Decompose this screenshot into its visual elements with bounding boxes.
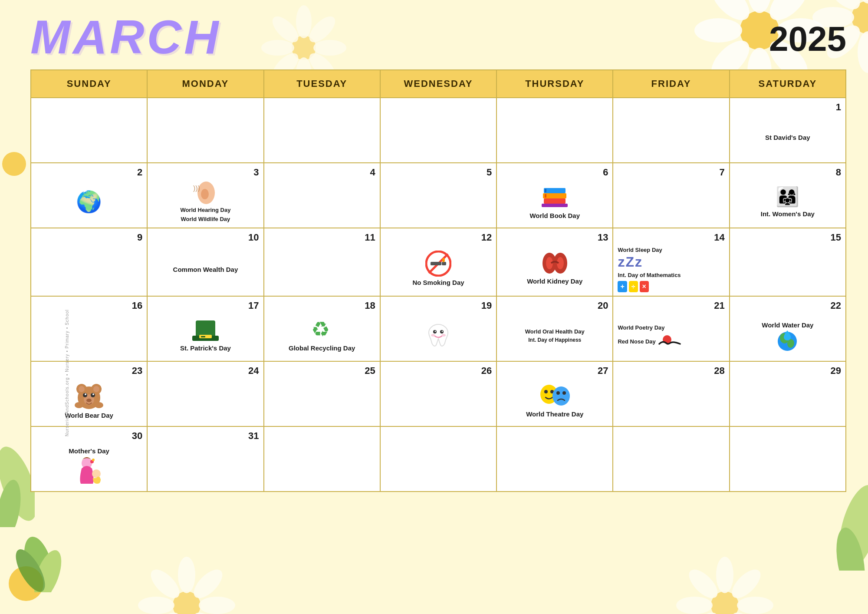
svg-point-34: [138, 597, 174, 614]
cell-mar-26: 26: [380, 361, 496, 426]
day-23-content: World Bear Day: [36, 378, 142, 423]
rednose-icon: [658, 334, 682, 347]
cell-empty-after-31-4: [613, 426, 729, 492]
svg-rect-60: [545, 189, 546, 192]
week-6: 30 Mother's Day: [31, 426, 846, 492]
week-1: 1 St David's Day: [31, 98, 846, 163]
svg-point-28: [178, 557, 195, 593]
day-12-num-row: 12: [385, 232, 492, 245]
day-10-inner: 10 Common Wealth Day: [152, 232, 259, 292]
cell-mar-10: 10 Common Wealth Day: [147, 228, 263, 296]
day-7-number: 7: [618, 167, 724, 178]
day-27-inner: 27: [501, 365, 608, 423]
day-31-inner: 31: [152, 430, 259, 488]
col-sunday: SUNDAY: [31, 70, 147, 98]
day-5-inner: 5: [385, 167, 492, 224]
day-11-inner: 11: [269, 232, 375, 292]
svg-point-36: [711, 591, 739, 614]
svg-rect-74: [201, 336, 205, 337]
day-29-inner: 29: [734, 365, 841, 423]
day-14-num-row: 14: [618, 232, 724, 245]
day-3-num-row: 3: [152, 167, 259, 180]
cell-mar-9: 9: [31, 228, 147, 296]
zzz-icon: zZz: [618, 254, 643, 270]
col-monday: MONDAY: [147, 70, 263, 98]
svg-point-79: [441, 330, 443, 332]
svg-point-102: [552, 386, 570, 406]
day-30-inner: 30 Mother's Day: [36, 430, 142, 488]
day-6-num-row: 6: [501, 167, 608, 180]
day-14-inner: 14 World Sleep Day zZz Int. Day of Mathe…: [618, 232, 724, 292]
day-21-event2: Red Nose Day: [618, 338, 655, 346]
day-8-num-row: 8: [734, 167, 841, 180]
svg-point-66: [442, 258, 445, 262]
day-17-content: St. Patrick's Day: [152, 313, 259, 357]
ear-icon: ))): [192, 181, 218, 205]
day-1-num-row: 1: [734, 102, 841, 115]
col-saturday: SATURDAY: [730, 70, 846, 98]
col-wednesday: WEDNESDAY: [380, 70, 496, 98]
svg-point-49: [19, 534, 59, 592]
cell-mar-15: 15: [730, 228, 846, 296]
cell-mar-19: 19: [380, 296, 496, 361]
day-31-number: 31: [152, 430, 259, 442]
day-22-inner: 22 World Water Day: [734, 300, 841, 357]
day-3-inner: 3 ))) World Hearing Day World Wild: [152, 167, 259, 224]
divide-icon: ÷: [629, 281, 638, 292]
day-6-content: World Book Day: [501, 180, 608, 224]
day-19-num-row: 19: [385, 300, 492, 313]
cell-empty-after-31-1: [264, 426, 380, 492]
water-world-icon: [776, 330, 799, 351]
month-title: MARCH: [30, 13, 221, 61]
svg-point-78: [434, 330, 436, 332]
day-21-num-row: 21: [618, 300, 724, 313]
svg-point-94: [85, 393, 86, 395]
day-22-event: World Water Day: [762, 321, 813, 330]
week-4: 16 17: [31, 296, 846, 361]
day-13-content: World Kidney Day: [501, 245, 608, 292]
svg-point-39: [737, 597, 773, 614]
day-30-content: Mother's Day: [36, 443, 142, 488]
day-20-event2: Int. Day of Happiness: [528, 337, 581, 344]
week-5: 23: [31, 361, 846, 426]
svg-point-81: [441, 334, 446, 337]
cell-mar-3: 3 ))) World Hearing Day World Wild: [147, 163, 263, 228]
day-21-event1: World Poetry Day: [618, 324, 664, 332]
day-28-number: 28: [618, 365, 724, 376]
day-6-event: World Book Day: [529, 211, 580, 220]
year-title: 2025: [769, 13, 846, 56]
day-7-inner: 7: [618, 167, 724, 224]
day-4-number: 4: [269, 167, 375, 178]
calendar-body: 1 St David's Day 2: [31, 98, 846, 492]
day-27-content: World Theatre Day: [501, 378, 608, 423]
cell-mar-31: 31: [147, 426, 263, 492]
svg-point-38: [727, 565, 766, 603]
day-18-number: 18: [269, 300, 375, 311]
day-17-event: St. Patrick's Day: [180, 344, 231, 353]
day-20-content: World Oral Health Day Int. Day of Happin…: [501, 313, 608, 357]
svg-point-43: [676, 597, 713, 614]
day-15-number: 15: [734, 232, 841, 243]
day-14-number: 14: [618, 232, 724, 243]
watermark: NurseriesAndSchools.org • Nursery • Prim…: [65, 310, 69, 437]
svg-point-107: [92, 459, 95, 461]
cell-mar-6: 6 World Book: [496, 163, 613, 228]
svg-point-108: [92, 469, 101, 478]
cell-mar-12: 12 No Smoking Day: [380, 228, 496, 296]
svg-rect-56: [544, 188, 566, 193]
patricks-hat-icon: [191, 318, 220, 342]
day-15-inner: 15: [734, 232, 841, 292]
day-2-content: 🌍: [36, 180, 142, 224]
svg-rect-59: [542, 204, 568, 207]
calendar-header: MARCH 2025: [30, 13, 846, 61]
day-10-content: Common Wealth Day: [152, 245, 259, 292]
cell-mar-24: 24: [147, 361, 263, 426]
theatre-icon: [539, 382, 570, 408]
cell-mar-14: 14 World Sleep Day zZz Int. Day of Mathe…: [613, 228, 729, 296]
cell-mar-30: 30 Mother's Day: [31, 426, 147, 492]
day-6-number: 6: [501, 167, 608, 178]
day-27-event: World Theatre Day: [526, 410, 583, 419]
day-21-inner: 21 World Poetry Day Red Nose Day: [618, 300, 724, 357]
svg-point-51: [13, 545, 51, 592]
day-22-num-row: 22: [734, 300, 841, 313]
